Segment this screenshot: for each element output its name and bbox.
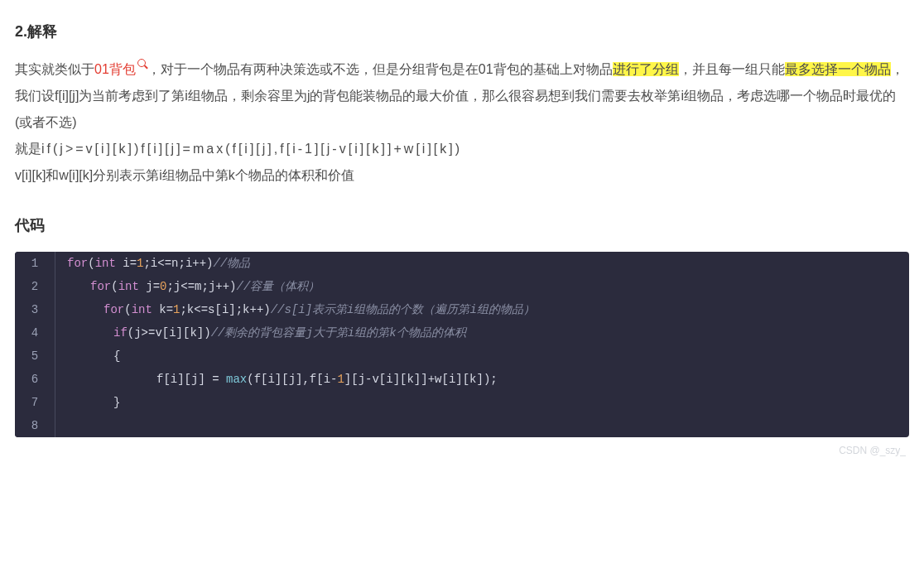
code-block: 1 for(int i=1;i<=n;i++)//物品 2 for(int j=… xyxy=(15,252,909,437)
code-line: f[i][j] = max(f[i][j],f[i-1][j-v[i][k]]+… xyxy=(55,368,909,391)
highlight-atmostone: 最多选择一个物品 xyxy=(785,62,891,76)
code-line: for(int k=1;k<=s[i];k++)//s[i]表示第i组物品的个数… xyxy=(55,298,909,321)
text-fragment: ， xyxy=(891,62,904,76)
section-heading: 2.解释 xyxy=(15,17,909,46)
explanation-paragraph: 其实就类似于01背包，对于一个物品有两种决策选或不选，但是分组背包是在01背包的… xyxy=(15,56,909,189)
line-number: 5 xyxy=(15,344,55,368)
highlight-grouped: 进行了分组 xyxy=(613,62,679,76)
line-number: 8 xyxy=(15,414,55,437)
code-line xyxy=(55,414,909,437)
line-number: 7 xyxy=(15,391,55,414)
link-01-knapsack[interactable]: 01背包 xyxy=(94,62,136,76)
code-line: for(int i=1;i<=n;i++)//物品 xyxy=(55,252,909,275)
search-icon[interactable] xyxy=(137,59,147,69)
text-fragment: 其实就类似于 xyxy=(15,62,94,76)
line-number: 1 xyxy=(15,252,55,275)
formula-text: if(j>=v[i][k])f[i][j]=max(f[i][j],f[i-1]… xyxy=(41,142,462,156)
text-fragment: ，对于一个物品有两种决策选或不选，但是分组背包是在01背包的基础上对物品 xyxy=(147,62,613,76)
line-number: 3 xyxy=(15,298,55,321)
line-number: 4 xyxy=(15,321,55,344)
code-line: for(int j=0;j<=m;j++)//容量（体积） xyxy=(55,275,909,298)
code-line: { xyxy=(55,344,909,368)
line-number: 2 xyxy=(15,275,55,298)
text-fragment: 就是 xyxy=(15,142,41,156)
text-fragment: ，并且每一组只能 xyxy=(679,62,785,76)
code-heading: 代码 xyxy=(15,210,909,240)
text-fragment: 我们设f[i][j]为当前考虑到了第i组物品，剩余容里为j的背包能装物品的最大价… xyxy=(15,89,896,129)
text-fragment: v[i][k]和w[i][k]分别表示第i组物品中第k个物品的体积和价值 xyxy=(15,168,354,182)
code-line: } xyxy=(55,391,909,414)
watermark: CSDN @_szy_ xyxy=(15,441,909,460)
code-line: if(j>=v[i][k])//剩余的背包容量j大于第i组的第k个物品的体积 xyxy=(55,321,909,344)
line-number: 6 xyxy=(15,368,55,391)
